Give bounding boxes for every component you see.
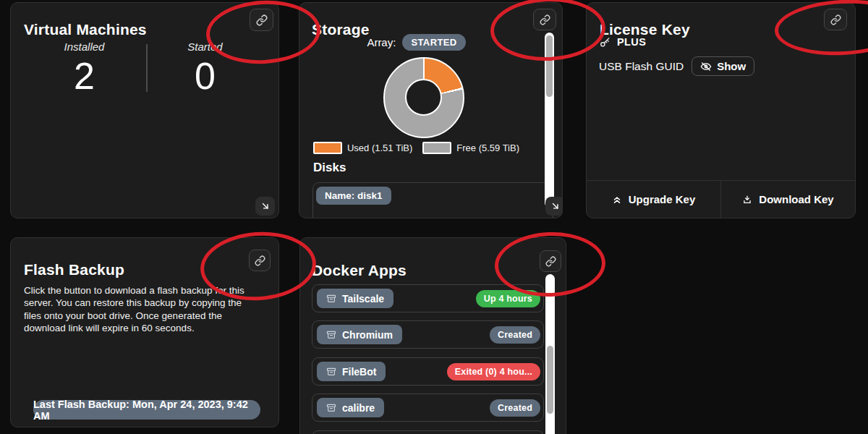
key-icon <box>600 37 610 48</box>
angles-up-icon <box>612 195 622 205</box>
link-icon <box>540 14 550 25</box>
app-name: Chromium <box>342 329 393 341</box>
guid-row: USB Flash GUID Show <box>599 56 754 76</box>
vm-stats: Installed 2 Started 0 <box>24 41 265 95</box>
license-link-button[interactable] <box>824 9 847 30</box>
download-icon <box>742 195 752 205</box>
docker-scrollbar-track[interactable] <box>545 274 555 434</box>
vm-resize-handle[interactable] <box>255 197 275 216</box>
show-guid-button[interactable]: Show <box>692 56 754 76</box>
storage-legend: Used (1.51 TiB) Free (5.59 TiB) <box>299 142 533 154</box>
storage-scrollbar-track[interactable] <box>545 33 554 208</box>
used-label: Used (1.51 TiB) <box>347 142 412 153</box>
app-status-badge: Created <box>490 399 540 417</box>
legend-item-free: Free (5.59 TiB) <box>422 142 519 154</box>
docker-apps-card: Docker Apps Tailscale Up 4 hours Chromiu… <box>299 237 566 434</box>
flash-card-title: Flash Backup <box>24 261 124 278</box>
link-icon <box>256 14 268 26</box>
link-icon <box>545 256 556 267</box>
storage-donut-hole <box>405 79 442 116</box>
storage-link-button[interactable] <box>533 9 556 30</box>
app-name-badge: Tailscale <box>317 289 393 308</box>
archive-box-icon <box>326 367 336 377</box>
app-status-badge: Created <box>490 326 540 344</box>
docker-row-partial[interactable] <box>312 430 544 434</box>
app-name-badge: calibre <box>317 398 384 417</box>
storage-donut <box>383 57 464 138</box>
storage-resize-handle[interactable] <box>545 197 563 216</box>
docker-row-calibre[interactable]: calibre Created <box>312 393 544 422</box>
flash-link-button[interactable] <box>249 250 271 271</box>
download-key-label: Download Key <box>759 193 833 205</box>
arrow-down-right-icon <box>550 201 561 211</box>
unraid-dashboard: { "colors": { "card_background": "#1d1d1… <box>0 0 868 434</box>
vm-started-label: Started <box>145 41 265 53</box>
app-name: Tailscale <box>342 293 384 305</box>
docker-link-button[interactable] <box>540 250 561 272</box>
vm-stat-started: Started 0 <box>145 41 265 95</box>
virtual-machines-card: Virtual Machines Installed 2 Started 0 <box>10 2 279 218</box>
array-label: Array: <box>367 36 396 48</box>
archive-box-icon <box>326 403 336 413</box>
free-label: Free (5.59 TiB) <box>456 142 519 153</box>
download-key-button[interactable]: Download Key <box>720 181 855 218</box>
array-status-row: Array: STARTED <box>299 34 533 51</box>
docker-scrollbar-thumb[interactable] <box>547 346 553 414</box>
disks-heading: Disks <box>313 161 346 175</box>
license-tier-row: PLUS <box>600 36 646 48</box>
vm-installed-label: Installed <box>24 41 145 53</box>
docker-row-tailscale[interactable]: Tailscale Up 4 hours <box>312 284 544 312</box>
used-swatch <box>313 142 342 154</box>
storage-scrollbar-thumb[interactable] <box>546 35 553 97</box>
show-guid-label: Show <box>717 60 746 72</box>
license-key-card: License Key PLUS USB Flash GUID Show Upg… <box>586 2 856 218</box>
docker-row-filebot[interactable]: FileBot Exited (0) 4 hou... <box>312 357 544 386</box>
link-icon <box>830 14 841 25</box>
license-tier-label: PLUS <box>617 36 646 48</box>
flash-description: Click the button to download a flash bac… <box>24 284 258 335</box>
vm-stat-installed: Installed 2 <box>24 41 145 95</box>
app-name-badge: Chromium <box>317 325 402 344</box>
flash-backup-card: Flash Backup Click the button to downloa… <box>10 237 279 427</box>
vm-started-value: 0 <box>145 57 265 95</box>
vm-link-button[interactable] <box>250 9 273 31</box>
storage-card: Storage Array: STARTED Used (1.51 TiB) F… <box>299 2 563 218</box>
vm-installed-value: 2 <box>24 57 145 95</box>
app-name: calibre <box>342 402 375 414</box>
legend-item-used: Used (1.51 TiB) <box>313 142 412 154</box>
array-status-badge: STARTED <box>402 34 465 51</box>
disk-name-badge: Name: disk1 <box>316 187 391 205</box>
license-footer: Upgrade Key Download Key <box>587 180 855 218</box>
link-icon <box>255 255 265 266</box>
app-name: FileBot <box>342 366 376 378</box>
app-name-badge: FileBot <box>317 362 386 381</box>
guid-label: USB Flash GUID <box>599 60 684 73</box>
arrow-down-right-icon <box>260 201 271 211</box>
eye-slash-icon <box>700 61 712 72</box>
last-flash-backup-badge: Last Flash Backup: Mon, Apr 24, 2023, 9:… <box>33 400 260 420</box>
disks-panel: Name: disk1 <box>312 182 553 218</box>
archive-box-icon <box>326 330 336 340</box>
vm-stats-divider <box>146 44 148 92</box>
upgrade-key-button[interactable]: Upgrade Key <box>587 181 720 218</box>
docker-card-title: Docker Apps <box>312 262 407 279</box>
archive-box-icon <box>326 294 336 304</box>
vm-card-title: Virtual Machines <box>24 21 147 38</box>
docker-row-chromium[interactable]: Chromium Created <box>312 320 544 349</box>
upgrade-key-label: Upgrade Key <box>629 193 696 205</box>
app-status-badge: Up 4 hours <box>476 290 540 307</box>
app-status-badge: Exited (0) 4 hou... <box>447 363 540 380</box>
free-swatch <box>422 142 451 154</box>
